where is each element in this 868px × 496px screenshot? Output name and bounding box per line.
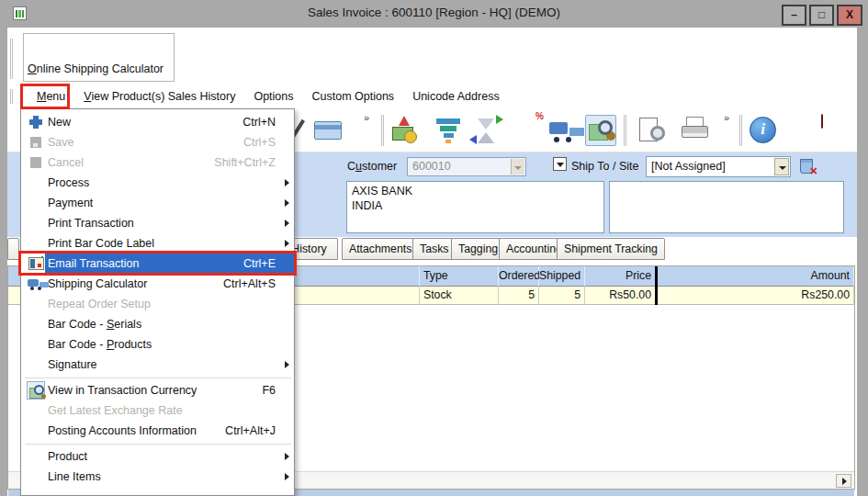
menu-item-repeat-order-setup: Repeat Order Setup: [21, 294, 294, 314]
menu-item-email-transaction[interactable]: Email Transaction Ctrl+E: [21, 254, 294, 274]
menubar-item-view-products-sales-history[interactable]: View Product(s) Sales History: [76, 86, 242, 107]
address-line: INDIA: [352, 198, 599, 213]
new-icon: [24, 116, 48, 129]
online-shipping-calculator-panel: Online Shipping Calculator: [23, 33, 175, 82]
clear-ship-to-button[interactable]: [795, 154, 817, 175]
address-line: AXIS BANK: [352, 184, 599, 198]
menu-item-signature[interactable]: Signature: [21, 355, 294, 375]
ship-to-site-value: [Not Assigned]: [651, 160, 726, 173]
minimize-button[interactable]: –: [782, 5, 806, 26]
map-search-icon[interactable]: [585, 115, 616, 146]
frozen-column-divider: [655, 266, 658, 305]
ship-to-address-box[interactable]: [609, 181, 844, 233]
grid-header-shipped[interactable]: Shipped: [539, 266, 585, 287]
currency-view-icon: [24, 381, 48, 400]
toolbar-separator: [624, 115, 628, 146]
menubar: Menu View Product(s) Sales History Optio…: [7, 85, 857, 108]
menu-item-payment[interactable]: Payment: [21, 193, 294, 213]
home-icon: [783, 115, 815, 146]
grid-cell-price[interactable]: Rs50.00: [585, 287, 656, 305]
funnel-icon[interactable]: [433, 115, 464, 146]
grid-cell-shipped[interactable]: 5: [539, 287, 585, 305]
pie-chart-icon[interactable]: [511, 115, 542, 146]
window-title: Sales Invoice : 600110 [Region - HQ] (DE…: [0, 6, 868, 19]
ship-to-site-label: Ship To / Site: [571, 160, 638, 173]
menu-item-cancel: Cancel Shift+Ctrl+Z: [21, 152, 294, 173]
ship-to-site-combobox[interactable]: [Not Assigned]: [646, 156, 791, 177]
money-in-icon[interactable]: [391, 115, 423, 146]
online-shipping-calculator-button[interactable]: Online Shipping Calculator: [28, 62, 163, 75]
menubar-item-unicode-address[interactable]: Unicode Address: [405, 86, 507, 107]
grid-header-ordered[interactable]: Ordered: [499, 266, 539, 287]
menubar-item-options[interactable]: Options: [246, 86, 300, 107]
menu-item-bar-code-serials[interactable]: Bar Code - Serials: [21, 314, 294, 334]
toolbar-grip: [10, 39, 15, 79]
menu-item-save: Save Ctrl+S: [21, 132, 294, 152]
tab-sliver: [7, 238, 19, 260]
customer-label: Customer: [347, 160, 397, 173]
scroll-right-button[interactable]: [836, 474, 851, 488]
menu-item-view-in-transaction-currency[interactable]: View in Transaction Currency F6: [21, 380, 294, 400]
hourglass-sync-icon[interactable]: [471, 115, 502, 146]
print-preview-icon[interactable]: [637, 115, 669, 146]
save-icon: [24, 137, 48, 148]
grid-header-price[interactable]: Price: [585, 266, 656, 287]
overflow-chevron-icon[interactable]: [364, 112, 369, 123]
chevron-down-icon: [511, 159, 524, 175]
toolbar-separator: [381, 115, 386, 146]
menu-item-product[interactable]: Product: [21, 446, 294, 467]
menu-item-bar-code-products[interactable]: Bar Code - Products: [21, 334, 294, 355]
menubar-item-custom-options[interactable]: Custom Options: [305, 86, 402, 107]
tab-attachments[interactable]: Attachments: [342, 238, 419, 260]
menubar-grip: [10, 89, 15, 104]
truck-icon: [24, 277, 48, 290]
cancel-icon: [24, 157, 48, 168]
tab-tagging[interactable]: Tagging: [451, 238, 505, 260]
submenu-arrow-icon: [285, 199, 289, 207]
submenu-arrow-icon: [285, 473, 289, 480]
email-icon: [24, 257, 48, 270]
menu-item-new[interactable]: New Ctrl+N: [21, 112, 294, 132]
grid-cell-ordered[interactable]: 5: [499, 287, 539, 305]
menu-item-print-transaction[interactable]: Print Transaction: [21, 213, 294, 233]
submenu-arrow-icon: [285, 361, 289, 368]
overflow-chevron-icon[interactable]: [724, 112, 729, 123]
exit-icon[interactable]: [821, 115, 852, 146]
grid-header-type[interactable]: Type: [420, 266, 499, 287]
chevron-down-icon[interactable]: [774, 158, 789, 175]
submenu-arrow-icon: [285, 240, 289, 247]
titlebar: Sales Invoice : 600110 [Region - HQ] (DE…: [0, 0, 868, 28]
menu-dropdown: New Ctrl+N Save Ctrl+S Cancel Shift+Ctrl…: [20, 108, 295, 496]
maximize-button[interactable]: □: [809, 5, 834, 26]
customer-combobox: 600010: [407, 157, 526, 176]
menu-item-process[interactable]: Process: [21, 173, 294, 193]
menu-item-get-latest-exchange-rate: Get Latest Exchange Rate: [21, 400, 294, 421]
menubar-item-menu[interactable]: Menu: [29, 86, 73, 107]
tab-tasks[interactable]: Tasks: [412, 238, 456, 260]
menu-item-shipping-calculator[interactable]: Shipping Calculator Ctrl+Alt+S: [21, 274, 294, 294]
submenu-arrow-icon: [285, 220, 289, 227]
customer-account-value: 600010: [412, 160, 451, 173]
customer-address-box[interactable]: AXIS BANK INDIA: [346, 181, 604, 233]
tab-shipment-tracking[interactable]: Shipment Tracking: [557, 238, 665, 260]
expand-drop-button[interactable]: [553, 157, 567, 171]
menu-item-line-items[interactable]: Line Items: [21, 467, 294, 487]
grid-cell-amount[interactable]: Rs250.00: [656, 287, 854, 305]
info-icon[interactable]: [750, 117, 776, 143]
grid-cell-type[interactable]: Stock: [420, 287, 499, 305]
menu-item-print-bar-code-label[interactable]: Print Bar Code Label: [21, 233, 294, 254]
submenu-arrow-icon: [285, 453, 289, 460]
printer-icon[interactable]: [679, 115, 710, 146]
credit-card-icon[interactable]: [312, 115, 344, 146]
truck-icon[interactable]: [547, 115, 579, 146]
toolbar-separator: [739, 115, 744, 146]
close-button[interactable]: X: [837, 5, 862, 26]
submenu-arrow-icon: [285, 179, 289, 186]
grid-header-amount[interactable]: Amount: [656, 266, 854, 287]
menu-item-posting-accounts-information[interactable]: Posting Accounts Information Ctrl+Alt+J: [21, 421, 294, 441]
